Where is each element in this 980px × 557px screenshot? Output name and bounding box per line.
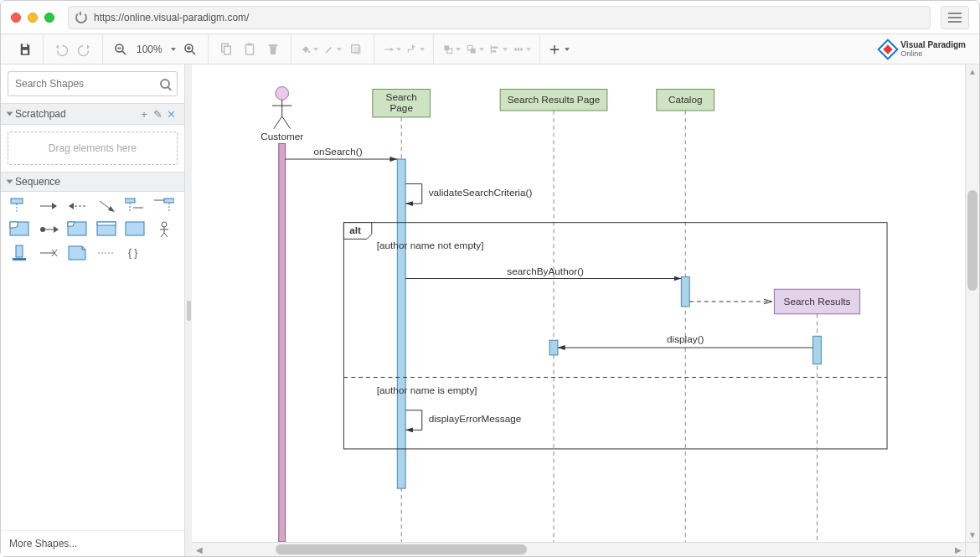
brand-logo[interactable]: Visual Paradigm Online — [880, 41, 972, 58]
svg-rect-70 — [549, 340, 558, 355]
svg-rect-27 — [520, 48, 522, 51]
save-icon — [18, 42, 33, 57]
scroll-thumb[interactable] — [967, 190, 977, 291]
save-button[interactable] — [16, 40, 34, 59]
guard-label: [author name is empty] — [377, 384, 477, 395]
copy-button[interactable] — [217, 40, 235, 59]
message-label: onSearch() — [313, 146, 362, 157]
waypoint-button[interactable] — [406, 40, 425, 59]
scroll-up-icon[interactable]: ▲ — [966, 64, 979, 79]
more-shapes-link[interactable]: More Shapes... — [1, 530, 184, 556]
url-bar[interactable] — [68, 6, 931, 29]
palette-destroy[interactable] — [39, 245, 59, 260]
sequence-header[interactable]: Sequence — [1, 172, 184, 192]
actor-customer[interactable]: Customer — [260, 87, 303, 542]
svg-rect-1 — [23, 49, 28, 54]
palette-message[interactable] — [39, 199, 59, 214]
add-button[interactable]: ＋ — [549, 40, 567, 59]
delete-button[interactable] — [264, 40, 282, 59]
palette-text[interactable]: { } — [125, 245, 145, 260]
palette-alt[interactable] — [67, 222, 87, 237]
palette-frame[interactable] — [9, 222, 29, 237]
scratchpad-edit-icon[interactable]: ✎ — [151, 107, 164, 121]
palette-lifeline[interactable] — [9, 199, 29, 214]
arrow-icon — [383, 42, 395, 57]
shadow-icon — [348, 42, 364, 57]
palette-loop[interactable] — [96, 222, 116, 237]
redo-button[interactable] — [75, 40, 94, 59]
stroke-color-button[interactable] — [323, 40, 342, 59]
scroll-thumb[interactable] — [276, 544, 527, 554]
zoom-out-button[interactable] — [111, 40, 130, 59]
palette-actor[interactable] — [154, 222, 174, 237]
scratchpad-close-icon[interactable]: ✕ — [164, 107, 178, 121]
connector-style-button[interactable] — [383, 40, 401, 59]
palette-ref[interactable] — [125, 222, 145, 237]
svg-rect-44 — [97, 222, 116, 225]
horizontal-scrollbar[interactable]: ◀ ▶ — [192, 542, 965, 556]
left-panel: Scratchpad + ✎ ✕ Drag elements here Sequ… — [1, 64, 185, 556]
minimize-window-icon[interactable] — [28, 13, 38, 23]
search-shapes-input[interactable] — [15, 78, 155, 90]
palette-self[interactable] — [39, 222, 59, 237]
message-search-by-author[interactable]: searchByAuthor() — [405, 266, 681, 279]
zoom-in-button[interactable] — [181, 40, 199, 59]
scroll-right-icon[interactable]: ▶ — [951, 543, 965, 556]
to-front-button[interactable] — [442, 40, 461, 59]
message-label: displayErrorMessage — [429, 413, 522, 424]
shape-palette: { } — [1, 192, 184, 267]
scratchpad-dropzone[interactable]: Drag elements here — [8, 132, 178, 165]
lifeline-label: Search Results Page — [508, 94, 601, 105]
undo-button[interactable] — [52, 40, 70, 59]
align-button[interactable] — [489, 40, 508, 59]
lifeline-catalog[interactable]: Catalog — [657, 89, 714, 542]
vp-logo-icon — [878, 39, 899, 59]
close-window-icon[interactable] — [11, 13, 21, 23]
scroll-left-icon[interactable]: ◀ — [192, 543, 206, 556]
svg-rect-25 — [514, 48, 516, 51]
zoom-dropdown-icon[interactable] — [171, 48, 176, 51]
svg-rect-52 — [13, 258, 26, 260]
palette-note[interactable] — [67, 245, 87, 260]
lifeline-search-results-page[interactable]: Search Results Page — [500, 89, 607, 542]
scratchpad-header[interactable]: Scratchpad + ✎ ✕ — [1, 103, 184, 125]
svg-rect-11 — [245, 44, 253, 54]
to-back-button[interactable] — [466, 40, 484, 59]
palette-return[interactable] — [67, 199, 87, 214]
scratchpad-add-icon[interactable]: + — [137, 107, 151, 121]
vertical-scrollbar[interactable]: ▲ ▼ — [965, 64, 979, 542]
palette-create[interactable] — [154, 199, 174, 214]
svg-line-6 — [192, 51, 195, 54]
reload-icon[interactable] — [75, 12, 87, 23]
url-input[interactable] — [94, 12, 923, 23]
message-display[interactable]: display() — [558, 333, 813, 348]
palette-constraint[interactable] — [96, 245, 116, 260]
fill-color-button[interactable] — [300, 40, 318, 59]
waypoint-icon — [406, 42, 418, 57]
lifeline-search-page[interactable]: Search Page — [373, 89, 431, 542]
search-shapes-field[interactable] — [8, 71, 178, 96]
trash-icon — [266, 42, 281, 57]
palette-found[interactable] — [96, 199, 116, 214]
panel-splitter[interactable] — [185, 64, 192, 556]
svg-point-46 — [162, 222, 167, 227]
palette-lost[interactable] — [125, 199, 145, 214]
sequence-diagram[interactable]: Customer Search Page — [192, 64, 965, 542]
lifeline-search-results[interactable]: Search Results — [689, 289, 859, 542]
alt-fragment[interactable]: alt [author name not empty] [author name… — [343, 223, 887, 449]
shadow-button[interactable] — [347, 40, 365, 59]
zoom-level[interactable]: 100% — [135, 44, 164, 55]
distribute-button[interactable] — [513, 40, 531, 59]
drawing-canvas[interactable]: Customer Search Page — [192, 64, 965, 542]
menu-button[interactable] — [941, 6, 969, 29]
scroll-down-icon[interactable]: ▼ — [966, 528, 979, 542]
palette-activation[interactable] — [9, 245, 29, 260]
paste-button[interactable] — [240, 40, 259, 59]
canvas-area: Customer Search Page — [185, 64, 979, 556]
message-on-search[interactable]: onSearch() — [286, 146, 398, 159]
paste-icon — [242, 42, 257, 57]
message-validate[interactable]: validateSearchCriteria() — [405, 184, 532, 204]
message-display-error[interactable]: displayErrorMessage — [405, 410, 522, 431]
maximize-window-icon[interactable] — [44, 13, 54, 23]
search-icon[interactable] — [160, 79, 170, 89]
